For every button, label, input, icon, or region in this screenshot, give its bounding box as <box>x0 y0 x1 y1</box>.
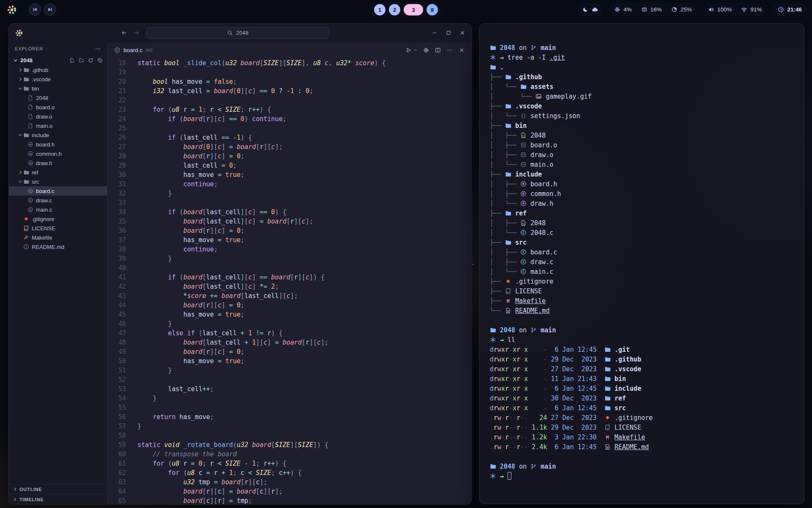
tab-board-c[interactable]: C board.c src <box>114 47 153 53</box>
svg-text:M: M <box>606 435 609 440</box>
new-file-icon[interactable] <box>69 58 75 63</box>
refresh-icon[interactable] <box>88 58 93 63</box>
explorer-item-include[interactable]: include <box>9 130 107 140</box>
maximize-button[interactable] <box>445 30 452 36</box>
project-root-row[interactable]: 2048 <box>9 55 107 65</box>
file-label: common.h <box>36 151 62 157</box>
tree-row: │ └── H draw.h <box>490 199 796 209</box>
explorer-item-draw.o[interactable]: draw.o <box>9 112 107 121</box>
outline-panel[interactable]: OUTLINE <box>9 484 107 494</box>
line-number: 51 <box>107 366 126 375</box>
nav-forward-icon[interactable] <box>133 30 140 36</box>
minimize-button[interactable] <box>431 30 438 36</box>
code-line-36: 36 board[r][c] = 0; <box>107 226 472 235</box>
media-next-button[interactable] <box>44 3 56 16</box>
ll-row: drwxr-xr-x - 29 Dec 2023 .github <box>490 355 796 364</box>
vscode-titlebar[interactable]: 2048 <box>9 24 472 42</box>
snow-icon <box>490 54 496 61</box>
command-center-search[interactable]: 2048 <box>146 27 329 39</box>
cpu-icon <box>614 6 620 13</box>
file-icon <box>27 123 33 129</box>
top-bar: 1238 4% 16% 25% 100% 91% 21:46 <box>0 0 812 19</box>
svg-text:H: H <box>29 143 31 146</box>
workspace-1[interactable]: 1 <box>374 4 386 15</box>
explorer-item-README.md[interactable]: README.md <box>9 242 107 251</box>
editor-close-icon[interactable] <box>458 47 465 53</box>
explorer-item-.gitignore[interactable]: .gitignore <box>9 214 107 224</box>
timeline-panel[interactable]: TIMELINE <box>9 494 107 504</box>
explorer-item-2048[interactable]: 2048 <box>9 93 107 102</box>
line-number: 40 <box>107 263 126 273</box>
file-label: src <box>32 179 39 185</box>
run-dropdown-icon[interactable] <box>413 48 417 52</box>
clock-icon <box>778 6 784 13</box>
chev-down-icon <box>17 86 23 91</box>
ll-row: .rw-r--r-- 1.1k 29 Dec 2023 LICENSE <box>490 423 796 433</box>
chev-down-icon <box>17 132 23 138</box>
explorer-item-.github[interactable]: .github <box>9 65 107 75</box>
code-area[interactable]: 18static bool _slide_col(u32 board[SIZE]… <box>107 58 472 504</box>
explorer-item-.vscode[interactable]: .vscode <box>9 75 107 84</box>
hfile-icon: H <box>27 151 33 157</box>
editor-settings-icon[interactable] <box>423 47 429 53</box>
workspace-2[interactable]: 2 <box>389 4 401 15</box>
run-button[interactable] <box>405 47 411 53</box>
ll-row: drwxr-xr-x - 6 Jan 12:45 src <box>490 403 796 413</box>
code-line-21: 21 i32 last_cell = board[0][c] == 0 ? -1… <box>107 86 472 96</box>
tree-row: │ ├── 2048 <box>490 131 796 141</box>
svg-text:H: H <box>29 152 31 155</box>
tree-row: │ └── assets <box>490 82 796 92</box>
explorer-item-main.c[interactable]: Cmain.c <box>9 205 107 214</box>
nav-back-icon[interactable] <box>121 30 127 36</box>
explorer-item-board.c[interactable]: Cboard.c <box>9 186 107 196</box>
readme-icon <box>505 307 511 314</box>
file-label: README.md <box>32 244 64 250</box>
ll-row: drwxr-xr-x - 11 Jan 21:43 bin <box>490 374 796 384</box>
svg-text:C: C <box>116 48 119 52</box>
explorer-item-draw.h[interactable]: Hdraw.h <box>9 158 107 168</box>
wrench-icon <box>23 235 29 240</box>
file-label: .vscode <box>32 76 51 83</box>
editor-more-icon[interactable] <box>447 47 453 53</box>
cfile-icon: C <box>520 268 527 275</box>
close-button[interactable] <box>459 30 466 36</box>
collapse-all-icon[interactable] <box>97 58 103 63</box>
explorer-item-board.o[interactable]: board.o <box>9 102 107 112</box>
split-editor-icon[interactable] <box>435 47 441 53</box>
explorer-item-main.o[interactable]: main.o <box>9 121 107 130</box>
line-number: 58 <box>107 431 126 440</box>
line-number: 49 <box>107 347 126 356</box>
line-number: 63 <box>107 478 126 487</box>
explorer-item-LICENSE[interactable]: LICENSE <box>9 224 107 233</box>
line-number: 18 <box>107 58 126 68</box>
outline-label: OUTLINE <box>19 487 42 492</box>
media-prev-button[interactable] <box>29 3 41 16</box>
explorer-item-draw.c[interactable]: Cdraw.c <box>9 196 107 205</box>
explorer-item-bin[interactable]: bin <box>9 84 107 93</box>
folder-icon <box>490 64 496 70</box>
timeline-label: TIMELINE <box>19 497 44 502</box>
explorer-item-common.h[interactable]: Hcommon.h <box>9 149 107 158</box>
cursor-line: → <box>490 472 796 481</box>
explorer-item-board.h[interactable]: Hboard.h <box>9 140 107 149</box>
line-number: 21 <box>107 86 126 96</box>
code-line-42: 42 board[last_cell][c] *= 2; <box>107 282 472 291</box>
workspace-8[interactable]: 8 <box>427 4 438 15</box>
svg-text:C: C <box>29 208 31 211</box>
explorer-item-ref[interactable]: ref <box>9 168 107 177</box>
workspace-3[interactable]: 3 <box>404 4 423 15</box>
new-folder-icon[interactable] <box>79 58 84 63</box>
code-line-43: 43 *score += board[last_cell][c]; <box>107 291 472 301</box>
line-number: 35 <box>107 217 126 226</box>
cpu-value: 4% <box>623 6 632 13</box>
launcher-button[interactable] <box>5 3 19 17</box>
line-number: 23 <box>107 105 126 114</box>
chev-right-icon <box>17 76 23 82</box>
tree-row: │ └── C 2048.c <box>490 228 796 238</box>
explorer-item-src[interactable]: src <box>9 177 107 186</box>
terminal-window[interactable]: 2048 on main → tree -a -I .git .├── .git… <box>479 23 804 504</box>
explorer-item-Makefile[interactable]: Makefile <box>9 233 107 242</box>
explorer-more-icon[interactable] <box>95 46 101 52</box>
branch-icon <box>530 463 537 469</box>
svg-text:H: H <box>522 182 524 186</box>
